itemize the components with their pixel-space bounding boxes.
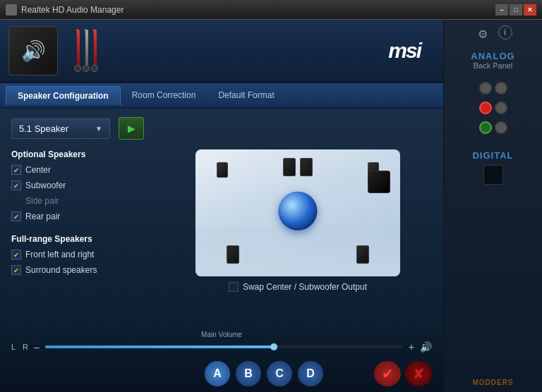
checkbox-center[interactable]: ✔ Center	[11, 165, 152, 175]
checkbox-surround[interactable]: ✔ Surround speakers	[11, 265, 152, 275]
play-button[interactable]: ▶	[119, 117, 144, 140]
cable-icon-box: ↑ ↑ ↑	[66, 26, 123, 75]
letter-buttons: A B C D	[205, 361, 323, 386]
header-area: 🔊 ↑ ↑ ↑ msi	[0, 20, 443, 83]
checkbox-rear-pair[interactable]: ✔ Rear pair	[11, 212, 152, 221]
speaker-selector-row: 5.1 Speaker ▼ ▶	[11, 117, 432, 140]
check-button[interactable]: ✔	[374, 361, 401, 386]
speaker-icon-box: 🔊	[8, 26, 58, 75]
checkbox-center-label: Center	[25, 165, 51, 175]
button-d[interactable]: D	[298, 361, 323, 386]
fullrange-heading: Full-range Speakers	[11, 234, 152, 244]
maximize-button[interactable]: □	[510, 4, 522, 16]
optional-speakers-heading: Optional Speakers	[11, 149, 152, 159]
blue-orb	[279, 192, 318, 231]
play-icon: ▶	[128, 123, 136, 134]
button-c[interactable]: C	[267, 361, 292, 386]
volume-plus-icon[interactable]: +	[409, 341, 414, 353]
analog-section: ANALOG Back Panel	[448, 51, 538, 70]
checkbox-side-pair-label: Side pair	[25, 196, 59, 206]
jack-row-3	[479, 121, 507, 134]
jack-pair-2	[479, 102, 507, 114]
two-column-layout: Optional Speakers ✔ Center ✔ Subwoofer S…	[11, 147, 432, 318]
volume-speaker-icon: 🔊	[420, 341, 432, 353]
app-icon	[6, 4, 17, 16]
panel-icons: ⚙ i	[474, 25, 512, 42]
msi-logo: msi	[388, 39, 435, 63]
left-column: Optional Speakers ✔ Center ✔ Subwoofer S…	[11, 147, 152, 318]
tab-bar: Speaker Configuration Room Correction De…	[0, 83, 443, 109]
cable-visual: ↑ ↑ ↑	[70, 30, 119, 72]
volume-track[interactable]	[45, 345, 403, 348]
speaker-dropdown[interactable]: 5.1 Speaker ▼	[11, 118, 110, 139]
checkbox-center-icon: ✔	[11, 165, 21, 175]
jack-green-1[interactable]	[479, 121, 492, 134]
jack-gray-2[interactable]	[495, 82, 507, 94]
volume-minus-icon[interactable]: –	[34, 341, 40, 353]
cancel-button[interactable]: ✘	[405, 361, 432, 386]
volume-row: L R – + 🔊	[11, 341, 432, 353]
checkbox-side-pair-icon	[11, 196, 21, 206]
window-controls: – □ ✕	[495, 4, 536, 16]
checkbox-rear-pair-icon: ✔	[11, 212, 21, 221]
volume-section: Main Volume L R – + 🔊	[0, 326, 443, 358]
jack-row-1	[479, 82, 507, 94]
button-a[interactable]: A	[205, 361, 230, 386]
volume-r-label: R	[23, 343, 28, 351]
swap-label: Swap Center / Subwoofer Output	[243, 282, 367, 292]
jack-gray-4[interactable]	[495, 121, 507, 134]
jack-red-1[interactable]	[479, 102, 492, 114]
jack-pair-3	[479, 121, 507, 134]
volume-l-label: L	[11, 343, 17, 351]
dropdown-arrow-icon: ▼	[95, 125, 102, 133]
left-panel: 🔊 ↑ ↑ ↑ msi Speaker	[0, 20, 443, 392]
close-button[interactable]: ✕	[524, 4, 536, 16]
speaker-dropdown-value: 5.1 Speaker	[19, 123, 68, 134]
digital-port[interactable]	[483, 165, 503, 185]
jack-pair-1	[479, 82, 507, 94]
watermark: MODDERS	[472, 379, 513, 386]
tab-room-correction[interactable]: Room Correction	[121, 86, 207, 104]
checkbox-rear-pair-label: Rear pair	[25, 212, 60, 221]
action-buttons: ✔ ✘	[374, 361, 432, 386]
swap-checkbox[interactable]	[229, 282, 239, 292]
volume-fill	[45, 345, 278, 348]
checkbox-front-lr[interactable]: ✔ Front left and right	[11, 250, 152, 259]
button-b[interactable]: B	[236, 361, 261, 386]
jack-gray-3[interactable]	[495, 102, 507, 114]
right-column: Swap Center / Subwoofer Output	[164, 147, 432, 318]
analog-title: ANALOG	[448, 51, 538, 61]
app-title: Realtek HD Audio Manager	[21, 5, 491, 15]
checkbox-front-lr-icon: ✔	[11, 250, 21, 259]
bottom-row: A B C D ✔ ✘	[0, 358, 443, 392]
checkbox-subwoofer-label: Subwoofer	[25, 180, 66, 190]
swap-row[interactable]: Swap Center / Subwoofer Output	[229, 282, 367, 292]
volume-label: Main Volume	[11, 331, 432, 338]
jack-gray-1[interactable]	[479, 82, 492, 94]
checkbox-surround-label: Surround speakers	[25, 265, 97, 275]
info-icon[interactable]: i	[498, 25, 512, 39]
jack-row-2	[479, 102, 507, 114]
minimize-button[interactable]: –	[495, 4, 508, 16]
checkbox-subwoofer-icon: ✔	[11, 180, 21, 190]
tab-default-format[interactable]: Default Format	[207, 86, 285, 104]
gear-icon[interactable]: ⚙	[474, 25, 491, 42]
volume-thumb[interactable]	[270, 343, 277, 350]
checkbox-side-pair[interactable]: Side pair	[11, 196, 152, 206]
speaker-diagram	[195, 149, 400, 276]
digital-section: DIGITAL	[448, 150, 538, 185]
checkbox-front-lr-label: Front left and right	[25, 250, 94, 259]
checkbox-surround-icon: ✔	[11, 265, 21, 275]
checkbox-subwoofer[interactable]: ✔ Subwoofer	[11, 180, 152, 190]
main-window: 🔊 ↑ ↑ ↑ msi Speaker	[0, 20, 542, 392]
speaker-icon: 🔊	[21, 39, 46, 63]
tab-speaker-configuration[interactable]: Speaker Configuration	[6, 86, 121, 105]
content-area: 5.1 Speaker ▼ ▶ Optional Speakers ✔ Cent…	[0, 109, 443, 326]
digital-title: DIGITAL	[448, 150, 538, 161]
analog-subtitle: Back Panel	[448, 61, 538, 70]
title-bar: Realtek HD Audio Manager – □ ✕	[0, 0, 542, 20]
right-panel: ⚙ i ANALOG Back Panel	[443, 20, 542, 392]
